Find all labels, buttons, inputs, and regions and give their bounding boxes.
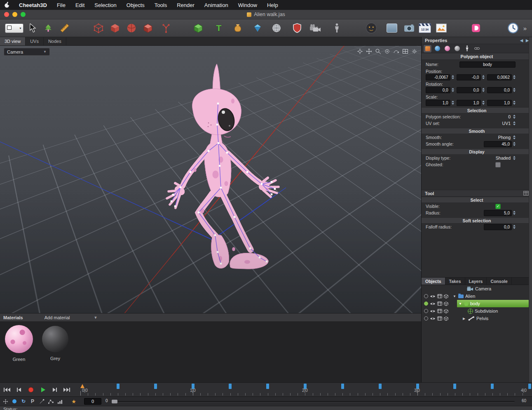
tab-takes[interactable]: Takes — [445, 278, 465, 285]
step-back-button[interactable] — [14, 386, 24, 394]
add-material-button[interactable]: Add material — [45, 315, 70, 320]
app-menu[interactable]: Cheetah3D — [14, 2, 52, 8]
3d-viewport[interactable]: Camera ▼ — [0, 46, 421, 313]
cube-lock-icon[interactable] — [444, 302, 448, 306]
menu-selection[interactable]: Selection — [89, 0, 121, 10]
record-button[interactable] — [26, 386, 36, 394]
quad-view-icon[interactable] — [402, 48, 409, 55]
stepper[interactable] — [513, 101, 516, 105]
ik-chain-tab-icon[interactable] — [473, 45, 481, 52]
skip-to-start-button[interactable] — [2, 386, 12, 394]
rotation-z-field[interactable]: 0,0 — [487, 87, 512, 93]
smooth-angle-field[interactable]: 45,0 — [484, 141, 512, 147]
eye-visibility-icon[interactable] — [430, 302, 436, 306]
key-dot-icon[interactable] — [11, 398, 18, 405]
scale-y-field[interactable]: 1,0 — [457, 100, 481, 106]
keyframe-marker[interactable] — [266, 384, 269, 389]
armature-icon[interactable] — [159, 21, 173, 35]
stepper[interactable] — [513, 121, 516, 125]
scale-z-field[interactable]: 1,0 — [487, 100, 512, 106]
scene-canvas[interactable] — [0, 46, 421, 313]
menu-animation[interactable]: Animation — [199, 0, 233, 10]
pose-icon[interactable]: P — [29, 398, 36, 405]
menu-render[interactable]: Render — [172, 0, 199, 10]
uv-set-value[interactable]: UV1 — [502, 121, 511, 126]
object-properties-tab[interactable] — [424, 45, 431, 52]
keyframe-marker[interactable] — [154, 384, 157, 389]
slider-handle[interactable] — [112, 400, 117, 403]
stepper[interactable] — [513, 88, 516, 92]
history-back-button[interactable]: ◀ — [520, 38, 523, 42]
name-field[interactable]: body — [459, 61, 516, 68]
expander-icon[interactable]: ▶ — [463, 317, 466, 320]
solid-cube-icon[interactable] — [108, 21, 122, 35]
stepper[interactable] — [452, 75, 454, 79]
play-button[interactable] — [37, 386, 48, 394]
render-camera-icon[interactable] — [402, 21, 416, 35]
material-item[interactable]: Green — [4, 325, 34, 362]
keyframe-marker[interactable] — [491, 384, 494, 389]
tab-nodes[interactable]: Nodes — [44, 37, 66, 45]
character-icon[interactable] — [330, 21, 344, 35]
camera-view-dropdown[interactable]: Camera ▼ — [4, 48, 50, 56]
pan-icon[interactable] — [366, 48, 373, 55]
material-properties-tab[interactable] — [434, 45, 441, 52]
eye-visibility-icon[interactable] — [430, 317, 436, 320]
playhead-marker[interactable] — [80, 384, 84, 388]
graph-editor-icon[interactable] — [56, 398, 63, 405]
expander-icon[interactable]: ▼ — [459, 302, 462, 306]
tab-objects[interactable]: Objects — [422, 278, 445, 285]
tab-layers[interactable]: Layers — [465, 278, 487, 285]
frame-range-slider[interactable] — [111, 401, 515, 403]
link-toggle-icon[interactable] — [424, 294, 428, 298]
selection-mode-button[interactable] — [5, 24, 18, 33]
polygon-selection-value[interactable]: 0 — [508, 114, 511, 119]
position-z-field[interactable]: 0,0062 — [487, 74, 512, 80]
rotation-y-field[interactable]: 0,0 — [457, 87, 481, 93]
history-forward-button[interactable]: ▶ — [526, 38, 529, 42]
render-visibility-icon[interactable] — [437, 294, 442, 298]
shaded-cube-icon[interactable] — [141, 21, 155, 35]
tab-uvs[interactable]: UVs — [26, 37, 44, 45]
clapperboard-icon[interactable]: 12:34 — [418, 21, 432, 35]
stepper[interactable] — [513, 225, 516, 229]
cube-lock-icon[interactable] — [444, 316, 448, 321]
window-titlebar[interactable]: Alien walk.jas — [0, 10, 532, 19]
add-cube-icon[interactable] — [191, 21, 205, 35]
step-forward-button[interactable] — [49, 386, 60, 394]
menu-file[interactable]: File — [52, 0, 70, 10]
ghosted-checkbox[interactable] — [495, 162, 501, 167]
curve-path-icon[interactable] — [47, 398, 54, 405]
apple-menu[interactable] — [0, 2, 14, 8]
link-toggle-icon[interactable] — [424, 309, 428, 313]
stepper[interactable] — [482, 75, 485, 79]
keyframe-marker[interactable] — [117, 384, 120, 389]
rounded-cube-icon[interactable] — [124, 21, 138, 35]
position-y-field[interactable]: -0,0 — [457, 74, 481, 80]
keyframe-marker[interactable] — [341, 384, 344, 389]
grey-material-tab[interactable] — [453, 45, 461, 52]
wire-sphere-icon[interactable] — [270, 21, 284, 35]
alien-model[interactable] — [167, 64, 279, 269]
animation-timeline[interactable]: 0|0 1|0 2|0 3|0 4|0 — [0, 382, 532, 396]
cube-lock-icon[interactable] — [444, 309, 448, 313]
pink-material-tab[interactable] — [443, 45, 451, 52]
toolbar-overflow-chevron[interactable]: » — [520, 21, 530, 35]
selected-tree-row[interactable]: ▼ body — [457, 300, 529, 307]
tab-console[interactable]: Console — [487, 278, 511, 285]
cheetah-logo-icon[interactable] — [364, 21, 378, 35]
expander-icon[interactable]: ▼ — [453, 295, 457, 298]
current-frame-field[interactable]: 0 — [84, 398, 101, 405]
image-icon[interactable] — [434, 21, 448, 35]
cycle-icon[interactable]: ↻ — [20, 398, 27, 405]
display-type-value[interactable]: Shaded — [496, 156, 511, 160]
keyframe-marker[interactable] — [379, 384, 382, 389]
tree-row-subdivision[interactable]: Subdivision — [422, 307, 532, 315]
character-tab-icon[interactable] — [463, 45, 471, 52]
stepper[interactable] — [513, 75, 516, 79]
eye-visibility-icon[interactable] — [430, 309, 436, 313]
material-item[interactable]: Grey — [41, 326, 69, 361]
stepper[interactable] — [513, 115, 516, 119]
stepper[interactable] — [452, 101, 454, 105]
keyframe-marker[interactable] — [453, 384, 456, 389]
